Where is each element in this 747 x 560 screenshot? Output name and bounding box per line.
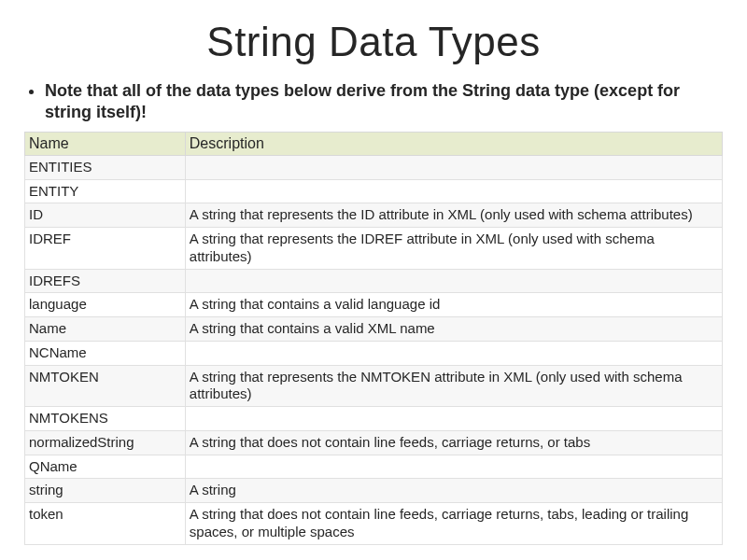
cell-name: normalizedString xyxy=(25,430,186,455)
table-row: IDREFA string that represents the IDREF … xyxy=(25,228,723,270)
cell-description: A string that does not contain line feed… xyxy=(185,430,722,455)
cell-description xyxy=(185,341,722,365)
datatype-table: Name Description ENTITIESENTITYIDA strin… xyxy=(24,132,723,545)
cell-name: IDREFS xyxy=(25,269,186,293)
cell-name: ENTITY xyxy=(25,179,186,203)
cell-description xyxy=(185,269,722,293)
table-row: NMTOKENA string that represents the NMTO… xyxy=(25,365,723,407)
header-name: Name xyxy=(25,132,186,155)
cell-description: A string that contains a valid XML name xyxy=(185,317,722,342)
table-row: ENTITY xyxy=(25,179,723,203)
slide-content: String Data Types Note that all of the d… xyxy=(0,0,747,560)
table-row: QName xyxy=(25,455,723,479)
table-row: stringA string xyxy=(25,479,723,503)
table-row: NameA string that contains a valid XML n… xyxy=(25,317,723,342)
table-row: IDA string that represents the ID attrib… xyxy=(25,203,723,228)
cell-description: A string that does not contain line feed… xyxy=(185,503,722,545)
table-row: NMTOKENS xyxy=(25,407,723,431)
note-list: Note that all of the data types below de… xyxy=(24,80,723,124)
cell-description: A string that represents the ID attribut… xyxy=(185,203,722,228)
cell-description xyxy=(185,407,722,431)
cell-name: NMTOKEN xyxy=(25,365,186,407)
cell-name: QName xyxy=(25,455,186,479)
cell-description: A string that represents the IDREF attri… xyxy=(185,228,722,270)
cell-description: A string that represents the NMTOKEN att… xyxy=(185,365,722,407)
cell-description: A string xyxy=(185,479,722,503)
cell-description: A string that contains a valid language … xyxy=(185,293,722,317)
cell-name: token xyxy=(25,503,186,545)
table-row: languageA string that contains a valid l… xyxy=(25,293,723,317)
cell-name: IDREF xyxy=(25,228,186,270)
cell-name: ID xyxy=(25,203,186,228)
note-item: Note that all of the data types below de… xyxy=(45,80,723,124)
cell-name: language xyxy=(25,293,186,317)
cell-description xyxy=(185,455,722,479)
cell-name: NMTOKENS xyxy=(25,407,186,431)
table-header-row: Name Description xyxy=(25,132,723,155)
page-title: String Data Types xyxy=(24,19,723,65)
cell-name: Name xyxy=(25,317,186,342)
header-description: Description xyxy=(185,132,722,155)
cell-description xyxy=(185,155,722,179)
table-row: IDREFS xyxy=(25,269,723,293)
cell-name: string xyxy=(25,479,186,503)
cell-name: NCName xyxy=(25,341,186,365)
cell-description xyxy=(185,179,722,203)
cell-name: ENTITIES xyxy=(25,155,186,179)
table-row: ENTITIES xyxy=(25,155,723,179)
table-row: normalizedStringA string that does not c… xyxy=(25,430,723,455)
table-row: tokenA string that does not contain line… xyxy=(25,503,723,545)
table-row: NCName xyxy=(25,341,723,365)
